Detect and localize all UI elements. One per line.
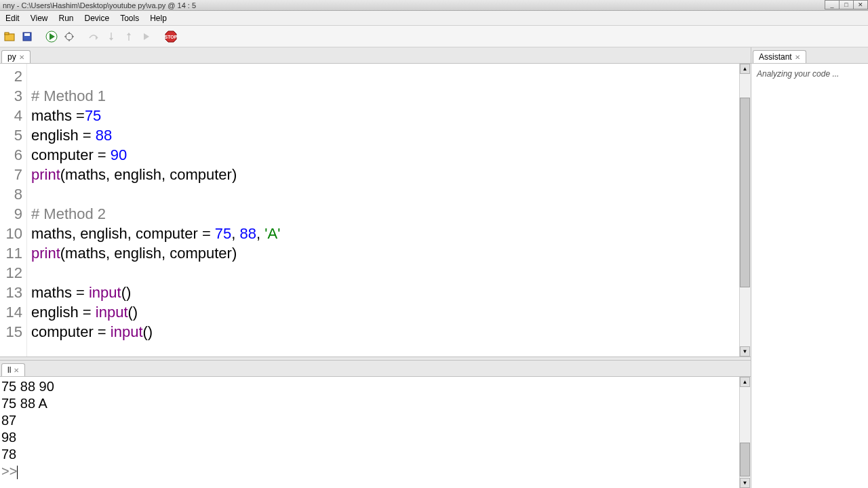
tab-shell[interactable]: ll ✕: [1, 363, 25, 376]
step-out-icon[interactable]: [122, 30, 136, 43]
step-in-icon[interactable]: [104, 30, 118, 43]
assistant-tab-strip: Assistant ✕: [751, 47, 868, 64]
editor-scrollbar[interactable]: ▲ ▼: [739, 64, 751, 357]
shell-scrollbar[interactable]: ▲ ▼: [739, 377, 751, 488]
close-icon[interactable]: ✕: [14, 367, 19, 374]
svg-rect-1: [5, 33, 9, 35]
resume-icon[interactable]: [140, 30, 153, 43]
scroll-down-button[interactable]: ▼: [740, 346, 750, 357]
title-bar: nny - C:\Users\Hashim\Desktop\youtube py…: [0, 0, 868, 11]
step-over-icon[interactable]: [87, 30, 100, 43]
scroll-thumb[interactable]: [740, 443, 750, 476]
minimize-button[interactable]: _: [825, 0, 840, 9]
scroll-thumb[interactable]: [740, 98, 750, 287]
maximize-button[interactable]: □: [839, 0, 854, 9]
assistant-status: Analyzing your code ...: [757, 69, 839, 79]
scroll-up-button[interactable]: ▲: [740, 377, 750, 387]
menu-edit[interactable]: Edit: [0, 12, 25, 24]
assistant-panel: Analyzing your code ...: [751, 64, 868, 488]
window-title: nny - C:\Users\Hashim\Desktop\youtube py…: [3, 1, 196, 9]
save-icon[interactable]: [20, 30, 34, 43]
editor-tab-strip: py ✕: [0, 47, 751, 64]
shell-tab-strip: ll ✕: [0, 361, 751, 377]
tab-file-label: py: [7, 52, 16, 62]
svg-text:STOP: STOP: [165, 35, 177, 39]
shell-output[interactable]: 75 88 9075 88 A879878>>: [0, 377, 739, 488]
menu-tools[interactable]: Tools: [115, 12, 144, 24]
menu-bar: Edit View Run Device Tools Help: [0, 11, 868, 26]
svg-point-6: [66, 33, 73, 40]
menu-run[interactable]: Run: [53, 12, 79, 24]
line-gutter: 23456789101112131415: [0, 64, 27, 357]
tab-shell-label: ll: [7, 365, 11, 375]
code-area[interactable]: # Method 1maths =75english = 88computer …: [27, 64, 739, 357]
shell[interactable]: 75 88 9075 88 A879878>> ▲ ▼: [0, 377, 751, 488]
debug-icon[interactable]: [62, 30, 76, 43]
tab-file[interactable]: py ✕: [1, 50, 31, 63]
svg-marker-13: [109, 38, 113, 41]
tab-assistant-label: Assistant: [759, 52, 792, 62]
tab-assistant[interactable]: Assistant ✕: [753, 50, 806, 63]
menu-help[interactable]: Help: [144, 12, 172, 24]
scroll-up-button[interactable]: ▲: [740, 64, 750, 74]
code-editor[interactable]: 23456789101112131415 # Method 1maths =75…: [0, 64, 751, 357]
close-button[interactable]: ✕: [853, 0, 868, 9]
svg-rect-3: [24, 33, 30, 36]
run-icon[interactable]: [45, 30, 58, 43]
window-controls: _ □ ✕: [825, 0, 868, 9]
toolbar: STOP: [0, 26, 868, 47]
stop-icon[interactable]: STOP: [164, 30, 178, 43]
svg-marker-16: [144, 33, 149, 40]
close-icon[interactable]: ✕: [19, 54, 24, 61]
scroll-down-button[interactable]: ▼: [740, 478, 750, 488]
close-icon[interactable]: ✕: [795, 54, 800, 61]
menu-device[interactable]: Device: [79, 12, 115, 24]
menu-view[interactable]: View: [25, 12, 54, 24]
svg-marker-15: [127, 33, 131, 35]
open-icon[interactable]: [3, 30, 16, 43]
